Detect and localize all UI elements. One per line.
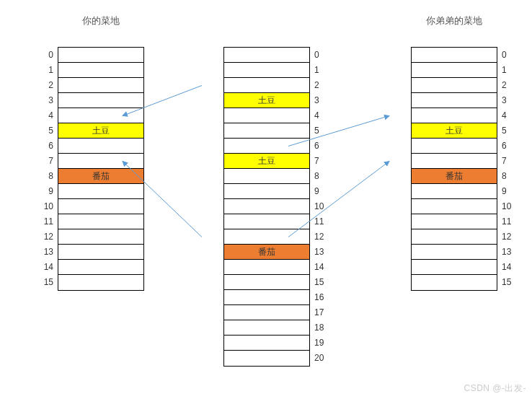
mid-row	[224, 336, 309, 351]
right-row	[412, 93, 497, 108]
left-row	[58, 184, 143, 199]
index-label: 1	[314, 62, 327, 77]
index-label: 7	[40, 153, 53, 168]
index-label: 9	[40, 183, 53, 198]
hash-diagram: 你的菜地土豆番茄0123456789101112131415土豆土豆番茄0123…	[22, 14, 510, 385]
index-label: 17	[314, 304, 327, 320]
index-label: 10	[40, 198, 53, 214]
left-row	[58, 93, 143, 108]
right-row	[412, 108, 497, 123]
index-label: 10	[502, 198, 515, 214]
index-label: 16	[314, 289, 327, 304]
left-row	[58, 154, 143, 169]
index-label: 1	[40, 62, 53, 77]
index-label: 3	[502, 92, 515, 108]
index-label: 9	[502, 183, 515, 198]
right-row	[412, 260, 497, 275]
index-label: 14	[40, 259, 53, 274]
mid-row	[224, 351, 309, 366]
left-row	[58, 214, 143, 229]
right-column: 土豆番茄	[411, 47, 497, 291]
right-row	[412, 154, 497, 169]
index-label: 2	[40, 77, 53, 92]
right-row	[412, 229, 497, 245]
index-label: 4	[40, 108, 53, 123]
left-row	[58, 245, 143, 260]
index-label: 2	[314, 77, 327, 92]
left-title: 你的菜地	[58, 14, 144, 27]
mid-row	[224, 63, 309, 78]
left-row	[58, 260, 143, 275]
mid-row: 土豆	[224, 93, 309, 108]
index-label: 20	[314, 350, 327, 365]
index-label: 2	[502, 77, 515, 92]
index-label: 13	[502, 244, 515, 259]
index-label: 5	[502, 123, 515, 138]
index-label: 11	[314, 214, 327, 229]
index-label: 0	[40, 47, 53, 62]
index-label: 12	[314, 229, 327, 244]
mid-row: 番茄	[224, 245, 309, 260]
left-row	[58, 78, 143, 93]
index-label: 0	[502, 47, 515, 62]
right-row	[412, 214, 497, 229]
right-row	[412, 139, 497, 154]
index-label: 3	[314, 92, 327, 108]
left-row	[58, 108, 143, 123]
mid-row	[224, 199, 309, 214]
mid-column: 土豆土豆番茄	[223, 47, 310, 367]
index-label: 7	[314, 153, 327, 168]
index-label: 18	[314, 320, 327, 335]
index-label: 14	[314, 259, 327, 274]
right-row	[412, 199, 497, 214]
index-label: 14	[502, 259, 515, 274]
index-label: 12	[40, 229, 53, 244]
index-label: 8	[314, 168, 327, 183]
right-row	[412, 63, 497, 78]
mid-row	[224, 260, 309, 275]
right-row	[412, 78, 497, 93]
index-label: 6	[314, 138, 327, 153]
mid-row	[224, 305, 309, 320]
right-row	[412, 275, 497, 290]
right-row	[412, 245, 497, 260]
index-label: 13	[40, 244, 53, 259]
mid-row	[224, 169, 309, 184]
left-row	[58, 63, 143, 78]
index-label: 0	[314, 47, 327, 62]
left-row	[58, 199, 143, 214]
mid-row	[224, 184, 309, 199]
left-row	[58, 48, 143, 63]
mid-row	[224, 139, 309, 154]
left-row	[58, 139, 143, 154]
right-title: 你弟弟的菜地	[411, 14, 497, 27]
index-label: 5	[40, 123, 53, 138]
index-label: 15	[40, 274, 53, 289]
right-row: 土豆	[412, 123, 497, 139]
left-row	[58, 275, 143, 290]
mid-row	[224, 275, 309, 290]
mid-row	[224, 320, 309, 336]
index-label: 12	[502, 229, 515, 244]
left-row	[58, 229, 143, 245]
index-label: 9	[314, 183, 327, 198]
index-label: 13	[314, 244, 327, 259]
mid-row: 土豆	[224, 154, 309, 169]
index-label: 8	[502, 168, 515, 183]
watermark: CSDN @-出发-	[464, 382, 526, 395]
index-label: 5	[314, 123, 327, 138]
mid-row	[224, 108, 309, 123]
index-label: 11	[40, 214, 53, 229]
right-row	[412, 184, 497, 199]
index-label: 6	[40, 138, 53, 153]
mid-row	[224, 290, 309, 305]
index-label: 3	[40, 92, 53, 108]
mid-row	[224, 48, 309, 63]
index-label: 1	[502, 62, 515, 77]
left-row: 土豆	[58, 123, 143, 139]
right-row: 番茄	[412, 169, 497, 184]
mid-row	[224, 214, 309, 229]
mid-row	[224, 78, 309, 93]
index-label: 10	[314, 198, 327, 214]
index-label: 4	[314, 108, 327, 123]
